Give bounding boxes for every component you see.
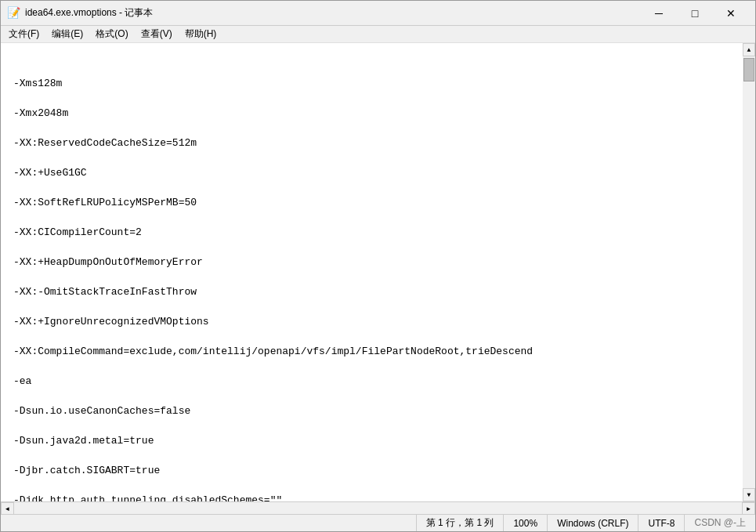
- text-line: -Xmx2048m: [13, 106, 740, 121]
- menu-help[interactable]: 帮助(H): [179, 26, 223, 42]
- cursor-position: 第 1 行，第 1 列: [416, 515, 504, 531]
- text-line: -Dsun.java2d.metal=true: [13, 433, 740, 448]
- minimize-button[interactable]: ─: [641, 1, 677, 26]
- scroll-track[interactable]: [743, 56, 755, 488]
- menu-bar: 文件(F) 编辑(E) 格式(O) 查看(V) 帮助(H): [1, 26, 755, 43]
- window-controls: ─ □ ✕: [641, 1, 749, 26]
- text-line: -XX:SoftRefLRUPolicyMSPerMB=50: [13, 195, 740, 210]
- close-button[interactable]: ✕: [713, 1, 749, 26]
- vertical-scrollbar[interactable]: ▲ ▼: [743, 43, 755, 501]
- horizontal-scrollbar[interactable]: ◄ ►: [1, 501, 755, 514]
- text-line: -XX:+IgnoreUnrecognizedVMOptions: [13, 314, 740, 329]
- menu-view[interactable]: 查看(V): [135, 26, 179, 42]
- scroll-down-arrow[interactable]: ▼: [743, 488, 755, 501]
- h-scroll-track[interactable]: [14, 502, 742, 514]
- left-gutter: [1, 43, 7, 501]
- zoom-level: 100%: [503, 515, 547, 531]
- text-line: -XX:+HeapDumpOnOutOfMemoryError: [13, 255, 740, 270]
- maximize-button[interactable]: □: [677, 1, 713, 26]
- menu-format[interactable]: 格式(O): [89, 26, 134, 42]
- text-line: -Djdk.http.auth.tunneling.disabledScheme…: [13, 493, 740, 501]
- text-line: -XX:CompileCommand=exclude,com/intellij/…: [13, 344, 740, 359]
- scroll-left-arrow[interactable]: ◄: [1, 502, 14, 515]
- text-editor[interactable]: -Xms128m -Xmx2048m -XX:ReservedCodeCache…: [7, 43, 743, 501]
- encoding: UTF-8: [638, 515, 684, 531]
- scroll-thumb[interactable]: [743, 58, 754, 81]
- text-line: -XX:ReservedCodeCacheSize=512m: [13, 136, 740, 150]
- line-ending: Windows (CRLF): [547, 515, 638, 531]
- app-icon: 📝: [7, 6, 20, 20]
- text-line: -XX:CICompilerCount=2: [13, 225, 740, 240]
- text-line: -Djbr.catch.SIGABRT=true: [13, 463, 740, 478]
- text-line: -XX:-OmitStackTraceInFastThrow: [13, 284, 740, 299]
- text-line: -Xms128m: [13, 76, 740, 91]
- text-line: -Dsun.io.useCanonCaches=false: [13, 404, 740, 418]
- text-line: -XX:+UseG1GC: [13, 165, 740, 180]
- title-bar: 📝 idea64.exe.vmoptions - 记事本 ─ □ ✕: [1, 1, 755, 26]
- watermark: CSDN @-上: [684, 515, 755, 531]
- menu-file[interactable]: 文件(F): [2, 26, 45, 42]
- editor-area: -Xms128m -Xmx2048m -XX:ReservedCodeCache…: [1, 43, 755, 501]
- window-title: idea64.exe.vmoptions - 记事本: [25, 6, 153, 20]
- status-bar: 第 1 行，第 1 列 100% Windows (CRLF) UTF-8 CS…: [1, 514, 755, 531]
- menu-edit[interactable]: 编辑(E): [45, 26, 89, 42]
- text-line: -ea: [13, 374, 740, 389]
- scroll-up-arrow[interactable]: ▲: [743, 43, 755, 56]
- scroll-right-arrow[interactable]: ►: [742, 502, 755, 515]
